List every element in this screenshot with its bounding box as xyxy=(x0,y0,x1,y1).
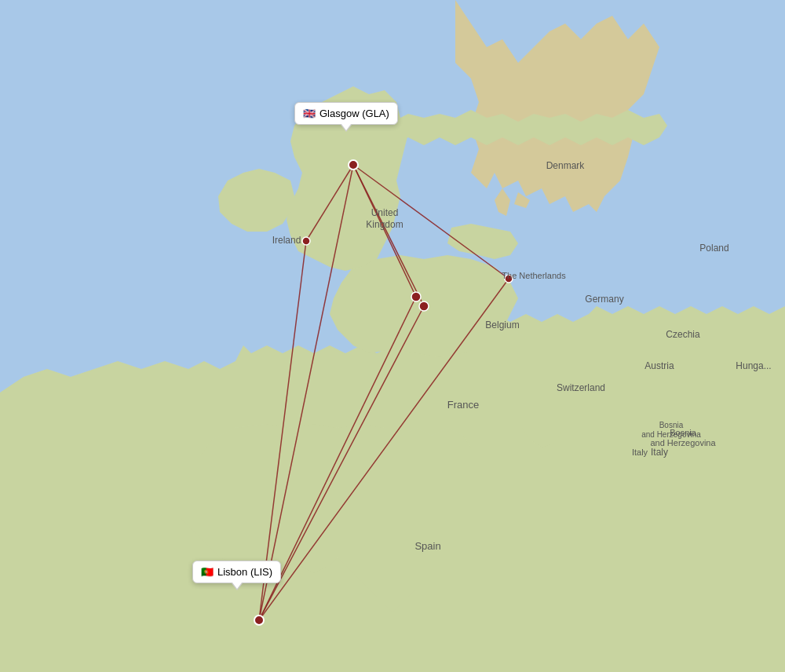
country-label-poland: Poland xyxy=(699,243,728,254)
map-svg: Denmark United Kingdom Ireland The Nethe… xyxy=(0,0,785,672)
country-label-bos2: and Herzegovina xyxy=(641,430,701,439)
country-label-france: France xyxy=(447,399,479,411)
country-label-germany: Germany xyxy=(585,294,623,305)
country-label-ita: Italy xyxy=(632,447,648,457)
map-container: Denmark United Kingdom Ireland The Nethe… xyxy=(0,0,785,672)
svg-point-11 xyxy=(254,615,264,625)
country-label-czechia: Czechia xyxy=(666,329,700,340)
country-label-uk: United xyxy=(371,207,399,218)
svg-point-10 xyxy=(349,160,358,170)
country-label-ireland: Ireland xyxy=(272,235,301,246)
svg-point-14 xyxy=(419,301,429,311)
svg-point-13 xyxy=(411,292,421,301)
country-label-switzerland: Switzerland xyxy=(557,382,605,393)
country-label-bos1: Bosnia xyxy=(659,421,684,429)
country-label-belgium: Belgium xyxy=(485,320,519,331)
country-label-italy: Italy xyxy=(651,447,668,458)
country-label-uk2: Kingdom xyxy=(366,219,403,230)
country-label-denmark: Denmark xyxy=(546,160,586,171)
country-label-spain: Spain xyxy=(414,540,440,552)
country-label-hungary: Hunga... xyxy=(736,360,771,371)
country-label-austria: Austria xyxy=(644,360,674,371)
country-label-netherlands: The Netherlands xyxy=(502,271,566,280)
svg-point-12 xyxy=(302,237,310,245)
